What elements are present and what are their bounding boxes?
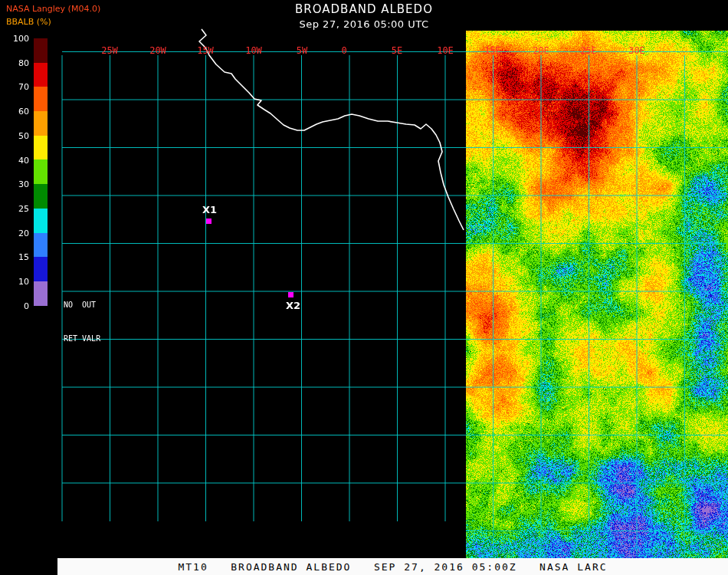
colorbar-segment bbox=[34, 87, 48, 111]
colorbar-tick: 25 bbox=[3, 204, 29, 214]
colorbar-segment bbox=[34, 63, 48, 87]
branding: NASA Langley (M04.0) BBALB (%) bbox=[6, 5, 100, 26]
variable-label: BBALB (%) bbox=[6, 18, 100, 26]
colorbar-tick: 20 bbox=[3, 228, 29, 238]
longitude-label: 15E bbox=[484, 45, 501, 56]
coastline bbox=[199, 29, 464, 230]
longitude-label: 30E bbox=[628, 45, 645, 56]
colorbar-tick: 50 bbox=[3, 131, 29, 141]
header: BROADBAND ALBEDO Sep 27, 2016 05:00 UTC bbox=[0, 2, 728, 30]
colorbar-segment bbox=[34, 111, 48, 136]
colorbar-tick: 100 bbox=[3, 34, 29, 44]
footer-bar: MT10 BROADBAND ALBEDO SEP 27, 2016 05:00… bbox=[57, 558, 728, 575]
map-overlay bbox=[0, 0, 728, 575]
marker-point bbox=[288, 292, 293, 297]
longitude-label: 15W bbox=[197, 45, 214, 56]
longitude-label: 20W bbox=[149, 45, 166, 56]
no-retrieval-legend: NO OUT RET VALR bbox=[64, 286, 100, 350]
colorbar-tick: 70 bbox=[3, 82, 29, 92]
longitude-label: 10E bbox=[437, 45, 454, 56]
flag-line-2: RET VALR bbox=[64, 335, 100, 343]
colorbar-segment bbox=[34, 184, 48, 209]
colorbar-tick: 15 bbox=[3, 252, 29, 262]
colorbar-segment bbox=[34, 38, 48, 63]
longitude-label: 10W bbox=[245, 45, 262, 56]
colorbar-tick: 40 bbox=[3, 156, 29, 166]
colorbar-tick: 80 bbox=[3, 58, 29, 68]
colorbar-segment bbox=[34, 257, 48, 281]
colorbar-segment bbox=[34, 159, 48, 184]
colorbar-segment bbox=[34, 209, 48, 233]
footer-text: MT10 BROADBAND ALBEDO SEP 27, 2016 05:00… bbox=[178, 561, 607, 573]
colorbar-tick: 30 bbox=[3, 179, 29, 189]
colorbar-tick: 0 bbox=[3, 301, 29, 311]
colorbar-tick: 60 bbox=[3, 107, 29, 117]
page-title: BROADBAND ALBEDO bbox=[0, 2, 728, 16]
timestamp: Sep 27, 2016 05:00 UTC bbox=[0, 18, 728, 30]
longitude-label: 5E bbox=[392, 45, 402, 56]
colorbar-segment bbox=[34, 281, 48, 306]
colorbar-segment bbox=[34, 136, 48, 160]
marker-label: X2 bbox=[286, 301, 300, 310]
longitude-label: 5W bbox=[297, 45, 307, 56]
source-label: NASA Langley (M04.0) bbox=[6, 5, 100, 13]
longitude-label: 25W bbox=[101, 45, 118, 56]
marker-label: X1 bbox=[202, 205, 217, 215]
colorbar-tick: 10 bbox=[3, 277, 29, 287]
marker-point bbox=[206, 219, 212, 224]
longitude-label: 25E bbox=[580, 45, 597, 56]
colorbar-segment bbox=[34, 233, 48, 258]
longitude-label: 20E bbox=[533, 45, 549, 56]
flag-line-1: NO OUT bbox=[64, 301, 100, 309]
longitude-label: 0 bbox=[341, 45, 346, 56]
colorbar bbox=[34, 38, 48, 306]
